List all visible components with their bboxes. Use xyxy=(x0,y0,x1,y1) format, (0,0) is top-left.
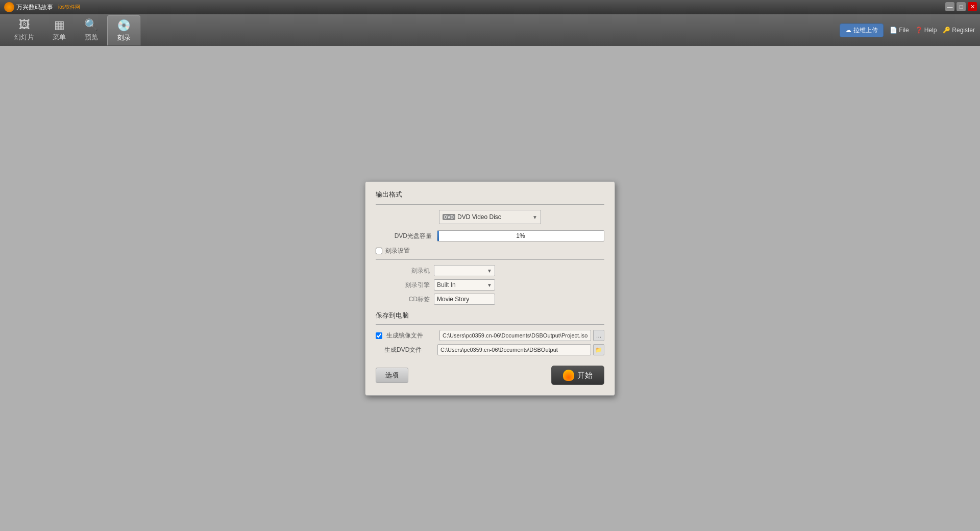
tab-preview-label: 预览 xyxy=(85,33,98,42)
app-logo: 万兴数码故事 ios软件网 xyxy=(4,2,80,12)
burn-panel: 输出格式 DVD DVD Video Disc ▼ DVD光盘容量 1% 刻录设… xyxy=(365,181,615,396)
capacity-label: DVD光盘容量 xyxy=(376,232,432,240)
fire-icon xyxy=(563,370,574,381)
toolbar: 🖼 幻灯片 ▦ 菜单 🔍 预览 💿 刻录 ☁ 拉维上传 📄 File ❓ Hel… xyxy=(0,14,980,46)
file-label: File xyxy=(899,27,909,34)
engine-label: 刻录引擎 xyxy=(384,281,430,289)
tab-slideshow[interactable]: 🖼 幻灯片 xyxy=(5,15,43,45)
help-label: Help xyxy=(924,27,937,34)
burn-settings-checkbox[interactable] xyxy=(376,248,382,254)
format-select[interactable]: DVD DVD Video Disc ▼ xyxy=(439,210,541,224)
close-button[interactable]: ✕ xyxy=(968,2,977,11)
disc-label-input[interactable] xyxy=(434,294,495,305)
divider-1 xyxy=(376,204,604,205)
tab-burn-label: 刻录 xyxy=(117,33,131,42)
disc-label-row: CD标签 xyxy=(376,294,604,305)
start-button[interactable]: 开始 xyxy=(551,366,604,385)
logo-icon xyxy=(4,2,14,12)
start-label: 开始 xyxy=(577,371,593,380)
title-bar: 万兴数码故事 ios软件网 — □ ✕ xyxy=(0,0,980,14)
divider-3 xyxy=(376,324,604,325)
disc-label-text: CD标签 xyxy=(384,295,430,304)
dvd-path-input[interactable] xyxy=(437,344,591,355)
file-icon: 📄 xyxy=(890,27,897,34)
window-controls: — □ ✕ xyxy=(945,2,977,11)
watermark: ios软件网 xyxy=(58,4,80,11)
burner-row: 刻录机 ▼ xyxy=(376,265,604,276)
tab-burn[interactable]: 💿 刻录 xyxy=(107,15,140,45)
tab-menu-label: 菜单 xyxy=(53,33,66,42)
burn-settings-label: 刻录设置 xyxy=(385,247,410,255)
iso-row: 生成镜像文件 … xyxy=(376,330,604,341)
file-link[interactable]: 📄 File xyxy=(890,27,909,34)
minimize-button[interactable]: — xyxy=(945,2,954,11)
burn-settings-header: 刻录设置 xyxy=(376,247,604,255)
dvd-label: 生成DVD文件 xyxy=(384,346,435,354)
tab-preview[interactable]: 🔍 预览 xyxy=(75,15,107,45)
tab-slideshow-label: 幻灯片 xyxy=(14,33,34,42)
iso-checkbox[interactable] xyxy=(376,332,382,339)
iso-label: 生成镜像文件 xyxy=(386,331,437,340)
register-label: Register xyxy=(952,27,975,34)
toolbar-right: ☁ 拉维上传 📄 File ❓ Help 🔑 Register xyxy=(840,23,975,37)
preview-icon: 🔍 xyxy=(84,18,98,32)
divider-2 xyxy=(376,259,604,260)
help-link[interactable]: ❓ Help xyxy=(915,27,937,34)
maximize-button[interactable]: □ xyxy=(957,2,966,11)
options-button[interactable]: 选项 xyxy=(376,368,408,383)
capacity-progress-bar: 1% xyxy=(437,230,604,242)
output-format-title: 输出格式 xyxy=(376,190,604,199)
chevron-down-icon: ▼ xyxy=(532,214,537,220)
upload-label: 拉维上传 xyxy=(853,26,878,35)
menu-icon: ▦ xyxy=(54,18,65,32)
save-section-title: 保存到电脑 xyxy=(376,311,604,320)
dvd-row: 生成DVD文件 📁 xyxy=(376,344,604,355)
capacity-row: DVD光盘容量 1% xyxy=(376,230,604,242)
register-link[interactable]: 🔑 Register xyxy=(943,27,975,34)
format-row: DVD DVD Video Disc ▼ xyxy=(376,210,604,224)
engine-select[interactable]: Built In ▼ xyxy=(434,279,495,291)
capacity-percent-label: 1% xyxy=(437,231,604,241)
engine-value: Built In xyxy=(437,281,456,288)
iso-browse-button[interactable]: … xyxy=(593,330,604,341)
burner-chevron-icon: ▼ xyxy=(487,268,492,274)
upload-icon: ☁ xyxy=(845,27,851,34)
dvd-browse-button[interactable]: 📁 xyxy=(593,344,604,355)
engine-chevron-icon: ▼ xyxy=(487,282,492,288)
dvd-badge: DVD xyxy=(443,214,455,220)
upload-button[interactable]: ☁ 拉维上传 xyxy=(840,23,884,37)
engine-row: 刻录引擎 Built In ▼ xyxy=(376,279,604,291)
iso-path-input[interactable] xyxy=(439,330,591,341)
bottom-bar: 选项 开始 xyxy=(376,366,604,385)
main-content: 输出格式 DVD DVD Video Disc ▼ DVD光盘容量 1% 刻录设… xyxy=(0,46,980,531)
register-icon: 🔑 xyxy=(943,27,950,34)
burner-label: 刻录机 xyxy=(384,267,430,275)
slideshow-icon: 🖼 xyxy=(19,18,30,32)
format-option-label: DVD Video Disc xyxy=(457,213,501,221)
burner-select[interactable]: ▼ xyxy=(434,265,495,276)
dvd-icon-inline: DVD DVD Video Disc xyxy=(443,213,501,221)
app-title: 万兴数码故事 xyxy=(16,3,53,12)
help-icon: ❓ xyxy=(915,27,923,34)
tab-menu[interactable]: ▦ 菜单 xyxy=(43,15,75,45)
burn-icon: 💿 xyxy=(117,19,131,32)
